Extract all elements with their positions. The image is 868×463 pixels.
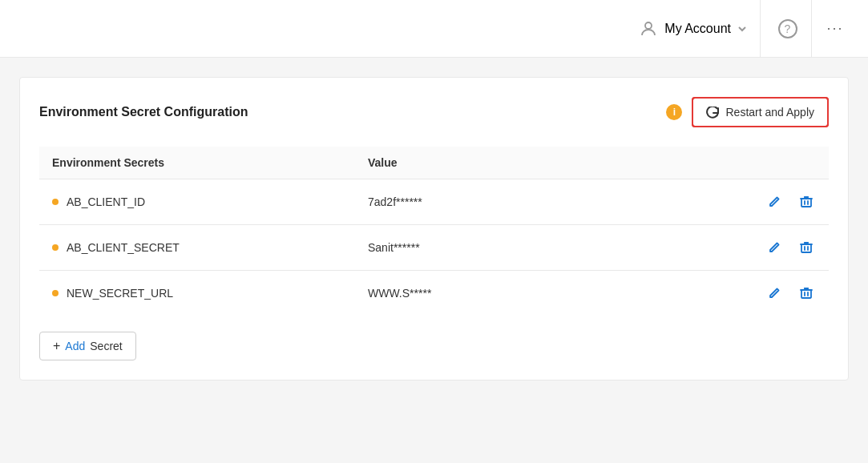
table-header-row: Environment Secrets Value bbox=[39, 147, 829, 179]
svg-rect-4 bbox=[801, 244, 811, 252]
secret-name: AB_CLIENT_SECRET bbox=[67, 241, 180, 254]
delete-button-2[interactable] bbox=[797, 284, 816, 303]
secret-label: Secret bbox=[90, 340, 122, 352]
svg-rect-7 bbox=[801, 290, 811, 298]
config-card: Environment Secret Configuration i Resta… bbox=[19, 77, 849, 380]
secret-name: AB_CLIENT_ID bbox=[67, 195, 145, 208]
table-row: AB_CLIENT_SECRET Sanit****** bbox=[39, 225, 829, 271]
card-title: Environment Secret Configuration bbox=[39, 105, 248, 119]
secrets-table: Environment Secrets Value AB_CLIENT_ID 7… bbox=[39, 147, 829, 316]
secret-name-cell-1: AB_CLIENT_SECRET bbox=[39, 225, 355, 271]
secret-value-cell-2: WWW.S***** bbox=[355, 271, 671, 316]
card-header: Environment Secret Configuration i Resta… bbox=[39, 97, 829, 127]
actions-cell-2 bbox=[671, 271, 829, 316]
col-header-value: Value bbox=[355, 147, 671, 179]
account-label: My Account bbox=[664, 22, 731, 36]
user-icon bbox=[639, 19, 658, 38]
secret-value-cell-1: Sanit****** bbox=[355, 225, 671, 271]
chevron-down-icon bbox=[737, 22, 747, 36]
col-header-name: Environment Secrets bbox=[39, 147, 355, 179]
add-secret-button[interactable]: + Add Secret bbox=[39, 332, 136, 360]
status-dot bbox=[52, 290, 59, 296]
svg-point-0 bbox=[645, 22, 652, 29]
my-account-button[interactable]: My Account bbox=[626, 0, 761, 57]
secret-name: NEW_SECRET_URL bbox=[67, 287, 173, 300]
actions-cell-1 bbox=[671, 225, 829, 271]
edit-button-0[interactable] bbox=[765, 192, 784, 211]
add-label-blue: Add bbox=[65, 340, 85, 352]
info-icon: i bbox=[666, 104, 682, 120]
table-row: AB_CLIENT_ID 7ad2f****** bbox=[39, 179, 829, 225]
status-dot bbox=[52, 199, 59, 205]
delete-button-0[interactable] bbox=[797, 192, 816, 211]
status-dot bbox=[52, 244, 59, 251]
actions-cell-0 bbox=[671, 179, 829, 225]
main-content: Environment Secret Configuration i Resta… bbox=[0, 58, 868, 463]
more-options-button[interactable]: ··· bbox=[815, 0, 855, 57]
restart-icon bbox=[706, 105, 719, 119]
help-button[interactable]: ? bbox=[764, 0, 812, 57]
restart-button-label: Restart and Apply bbox=[725, 106, 814, 119]
col-header-actions bbox=[671, 147, 829, 179]
ellipsis-icon: ··· bbox=[826, 20, 843, 37]
secret-value-cell-0: 7ad2f****** bbox=[355, 179, 671, 225]
secret-name-cell-2: NEW_SECRET_URL bbox=[39, 271, 355, 316]
restart-and-apply-button[interactable]: Restart and Apply bbox=[692, 97, 829, 127]
help-icon: ? bbox=[778, 19, 797, 38]
svg-rect-1 bbox=[801, 199, 811, 207]
navbar: My Account ? ··· bbox=[0, 0, 868, 58]
edit-button-1[interactable] bbox=[765, 238, 784, 257]
edit-button-2[interactable] bbox=[765, 284, 784, 303]
card-header-right: i Restart and Apply bbox=[666, 97, 829, 127]
secret-name-cell-0: AB_CLIENT_ID bbox=[39, 179, 355, 225]
plus-icon: + bbox=[53, 339, 60, 353]
table-row: NEW_SECRET_URL WWW.S***** bbox=[39, 271, 829, 316]
delete-button-1[interactable] bbox=[797, 238, 816, 257]
